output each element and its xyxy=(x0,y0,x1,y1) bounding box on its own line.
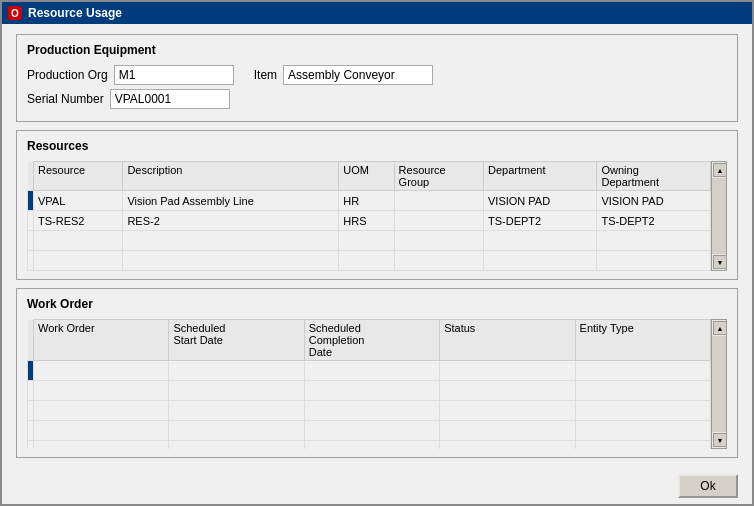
work-order-header-row: Work Order ScheduledStart Date Scheduled… xyxy=(28,320,711,361)
work-order-cell-work_order xyxy=(34,381,169,401)
wo-scroll-thumb xyxy=(712,336,726,432)
resources-cell-uom xyxy=(339,251,394,271)
work-order-tbody xyxy=(28,361,711,450)
work-order-cell-entity_type xyxy=(575,421,710,441)
serial-number-label: Serial Number xyxy=(27,92,104,106)
window-title: Resource Usage xyxy=(28,6,122,20)
work-order-cell-status xyxy=(440,421,575,441)
resources-cell-description xyxy=(123,231,339,251)
owning-department-col-header: OwningDepartment xyxy=(597,162,711,191)
main-window: O Resource Usage Production Equipment Pr… xyxy=(0,0,754,506)
prod-org-label: Production Org xyxy=(27,68,108,82)
resources-cell-resource_group xyxy=(394,211,483,231)
work-order-cell-work_order xyxy=(34,441,169,450)
resources-table-row[interactable] xyxy=(28,231,711,251)
item-input[interactable] xyxy=(283,65,433,85)
work-order-cell-scheduled_start_date xyxy=(169,381,304,401)
resources-cell-uom: HR xyxy=(339,191,394,211)
work-order-cell-scheduled_start_date xyxy=(169,421,304,441)
prod-org-input[interactable] xyxy=(114,65,234,85)
status-col-header: Status xyxy=(440,320,575,361)
resources-cell-owning_department: TS-DEPT2 xyxy=(597,211,711,231)
work-order-cell-work_order xyxy=(34,361,169,381)
resources-section: Resources Resource Description UOM Resou… xyxy=(16,130,738,280)
work-order-cell-scheduled_start_date xyxy=(169,361,304,381)
work-order-table-container: Work Order ScheduledStart Date Scheduled… xyxy=(27,319,727,449)
resource-group-col-header: ResourceGroup xyxy=(394,162,483,191)
work-order-col-header: Work Order xyxy=(34,320,169,361)
window-icon: O xyxy=(8,6,22,20)
resources-cell-department xyxy=(484,231,597,251)
work-order-cell-scheduled_completion_date xyxy=(304,421,439,441)
production-equipment-title: Production Equipment xyxy=(27,43,727,57)
prod-org-group: Production Org xyxy=(27,65,234,85)
resources-cell-owning_department: VISION PAD xyxy=(597,191,711,211)
resources-cell-uom: HRS xyxy=(339,211,394,231)
resources-cell-resource_group xyxy=(394,191,483,211)
wo-scroll-down-arrow[interactable]: ▼ xyxy=(713,433,727,447)
ok-button[interactable]: Ok xyxy=(678,474,738,498)
resources-cell-resource_group xyxy=(394,231,483,251)
work-order-cell-scheduled_completion_date xyxy=(304,381,439,401)
work-order-cell-scheduled_completion_date xyxy=(304,361,439,381)
work-order-table-row[interactable] xyxy=(28,441,711,450)
resources-cell-resource xyxy=(34,251,123,271)
work-order-table: Work Order ScheduledStart Date Scheduled… xyxy=(27,319,711,449)
title-bar: O Resource Usage xyxy=(2,2,752,24)
resource-col-header: Resource xyxy=(34,162,123,191)
resources-table-wrapper: Resource Description UOM ResourceGroup D… xyxy=(27,161,711,271)
resources-cell-department xyxy=(484,251,597,271)
resources-cell-resource_group xyxy=(394,251,483,271)
resources-cell-resource xyxy=(34,231,123,251)
work-order-cell-status xyxy=(440,381,575,401)
work-order-cell-work_order xyxy=(34,421,169,441)
work-order-table-wrapper: Work Order ScheduledStart Date Scheduled… xyxy=(27,319,711,449)
resources-title: Resources xyxy=(27,139,727,153)
resources-table-container: Resource Description UOM ResourceGroup D… xyxy=(27,161,727,271)
scroll-thumb xyxy=(712,178,726,254)
resources-cell-uom xyxy=(339,231,394,251)
resources-cell-department: TS-DEPT2 xyxy=(484,211,597,231)
resources-table-row[interactable]: TS-RES2RES-2HRSTS-DEPT2TS-DEPT2 xyxy=(28,211,711,231)
resources-cell-description xyxy=(123,251,339,271)
work-order-table-row[interactable] xyxy=(28,361,711,381)
department-col-header: Department xyxy=(484,162,597,191)
work-order-title: Work Order xyxy=(27,297,727,311)
resources-table-row[interactable]: VPALVision Pad Assembly LineHRVISION PAD… xyxy=(28,191,711,211)
serial-number-input[interactable] xyxy=(110,89,230,109)
work-order-scrollbar[interactable]: ▲ ▼ xyxy=(711,319,727,449)
work-order-table-row[interactable] xyxy=(28,421,711,441)
resources-cell-description: Vision Pad Assembly Line xyxy=(123,191,339,211)
work-order-section: Work Order Work Order ScheduledStart Dat… xyxy=(16,288,738,458)
work-order-cell-scheduled_start_date xyxy=(169,441,304,450)
resources-header-row: Resource Description UOM ResourceGroup D… xyxy=(28,162,711,191)
wo-scroll-up-arrow[interactable]: ▲ xyxy=(713,321,727,335)
item-label: Item xyxy=(254,68,277,82)
entity-type-col-header: Entity Type xyxy=(575,320,710,361)
resources-scrollbar[interactable]: ▲ ▼ xyxy=(711,161,727,271)
work-order-cell-scheduled_completion_date xyxy=(304,401,439,421)
production-equipment-section: Production Equipment Production Org Item… xyxy=(16,34,738,122)
work-order-cell-entity_type xyxy=(575,441,710,450)
work-order-cell-work_order xyxy=(34,401,169,421)
scroll-up-arrow[interactable]: ▲ xyxy=(713,163,727,177)
resources-cell-owning_department xyxy=(597,251,711,271)
resources-cell-resource: TS-RES2 xyxy=(34,211,123,231)
work-order-cell-status xyxy=(440,361,575,381)
work-order-table-row[interactable] xyxy=(28,381,711,401)
prod-org-row: Production Org Item xyxy=(27,65,727,85)
work-order-cell-status xyxy=(440,401,575,421)
description-col-header: Description xyxy=(123,162,339,191)
work-order-table-row[interactable] xyxy=(28,401,711,421)
work-order-cell-status xyxy=(440,441,575,450)
serial-number-group: Serial Number xyxy=(27,89,230,109)
scheduled-completion-col-header: ScheduledCompletionDate xyxy=(304,320,439,361)
work-order-cell-entity_type xyxy=(575,361,710,381)
resources-table-row[interactable] xyxy=(28,251,711,271)
scheduled-start-col-header: ScheduledStart Date xyxy=(169,320,304,361)
resources-cell-department: VISION PAD xyxy=(484,191,597,211)
item-group: Item xyxy=(254,65,433,85)
uom-col-header: UOM xyxy=(339,162,394,191)
scroll-down-arrow[interactable]: ▼ xyxy=(713,255,727,269)
resources-cell-description: RES-2 xyxy=(123,211,339,231)
